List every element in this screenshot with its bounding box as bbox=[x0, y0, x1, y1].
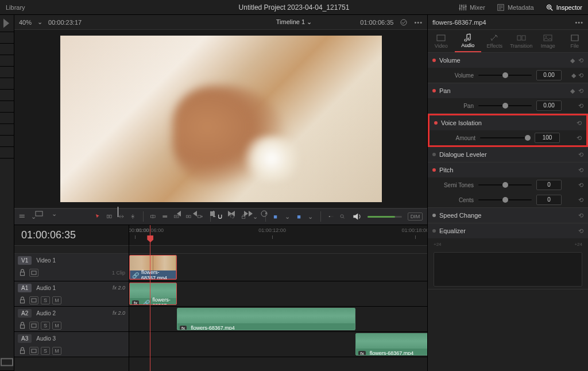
speed-change-header[interactable]: Speed Change ⟲ bbox=[428, 208, 588, 223]
tab-effects[interactable]: Effects bbox=[481, 30, 508, 52]
strip-slot[interactable] bbox=[0, 67, 14, 78]
keyframe-icon[interactable]: ◆ bbox=[571, 72, 576, 79]
reset-icon[interactable]: ⟲ bbox=[578, 151, 583, 159]
enable-dot-icon[interactable] bbox=[432, 153, 436, 156]
track-header-a3[interactable]: A3 Audio 3 S M bbox=[14, 332, 129, 357]
enable-dot-icon[interactable] bbox=[432, 59, 436, 62]
mute-button[interactable]: M bbox=[52, 322, 61, 330]
enable-dot-icon[interactable] bbox=[432, 89, 436, 92]
playhead[interactable] bbox=[150, 225, 150, 371]
loop-icon[interactable] bbox=[260, 209, 269, 218]
tab-video[interactable]: Video bbox=[428, 30, 455, 52]
cents-slider[interactable] bbox=[478, 199, 532, 200]
strip-slot[interactable] bbox=[0, 124, 14, 136]
lock-track-icon[interactable] bbox=[18, 296, 27, 304]
keyframe-icon[interactable]: ◆ bbox=[570, 57, 575, 64]
track-header-a2[interactable]: A2 Audio 2 fx 2.0 S M bbox=[14, 307, 129, 332]
audio-clip[interactable]: fx🔗flowers-68367.mp4 bbox=[129, 283, 177, 305]
viewer-timecode[interactable]: 01:00:06:35 bbox=[360, 19, 393, 26]
solo-button[interactable]: S bbox=[41, 347, 50, 355]
strip-slot[interactable] bbox=[0, 101, 14, 113]
video-clip[interactable]: 🔗flowers-68367.mp4 bbox=[129, 255, 177, 280]
strip-slot[interactable] bbox=[0, 90, 14, 101]
reset-icon[interactable]: ⟲ bbox=[577, 134, 582, 142]
enable-dot-icon[interactable] bbox=[432, 229, 436, 233]
mixer-button[interactable]: Mixer bbox=[453, 0, 491, 14]
reset-icon[interactable]: ⟲ bbox=[578, 196, 583, 204]
semi-tones-slider[interactable] bbox=[478, 184, 532, 186]
jump-start-icon[interactable] bbox=[173, 209, 183, 218]
track-tag-a2[interactable]: A2 bbox=[18, 309, 32, 318]
inspector-options-icon[interactable]: ••• bbox=[575, 19, 583, 26]
strip-slot[interactable] bbox=[0, 147, 14, 159]
prev-edit-icon[interactable] bbox=[229, 209, 238, 218]
timeline-tracks-area[interactable]: 01:00:00:00 01:00:06:00 01:00:12:00 01:0… bbox=[129, 225, 427, 371]
reset-icon[interactable]: ⟲ bbox=[578, 72, 583, 79]
metadata-button[interactable]: Metadata bbox=[491, 0, 540, 14]
viewer-zoom[interactable]: 40% bbox=[19, 19, 32, 26]
solo-button[interactable]: S bbox=[41, 322, 50, 330]
pan-value[interactable]: 0.00 bbox=[536, 101, 562, 111]
reset-icon[interactable]: ⟲ bbox=[577, 119, 582, 127]
reset-icon[interactable]: ⟲ bbox=[578, 212, 583, 219]
volume-header[interactable]: Volume ◆⟲ bbox=[428, 53, 588, 68]
strip-expand-icon[interactable] bbox=[0, 15, 14, 32]
strip-bottom-icon[interactable] bbox=[0, 354, 14, 371]
reset-icon[interactable]: ⟲ bbox=[578, 167, 583, 174]
lock-track-icon[interactable] bbox=[18, 269, 27, 277]
mute-button[interactable]: M bbox=[52, 347, 61, 355]
strip-slot[interactable] bbox=[0, 113, 14, 124]
mute-button[interactable]: M bbox=[52, 296, 61, 304]
step-back-icon[interactable] bbox=[191, 209, 200, 218]
pan-slider[interactable] bbox=[478, 105, 532, 106]
track-lane-v1[interactable]: 🔗flowers-68367.mp4 bbox=[129, 254, 427, 281]
dialogue-leveler-header[interactable]: Dialogue Leveler ⟲ bbox=[428, 147, 588, 162]
safe-area-dropdown-icon[interactable]: ⌄ bbox=[49, 209, 59, 218]
auto-select-icon[interactable] bbox=[29, 347, 38, 355]
track-tag-a1[interactable]: A1 bbox=[18, 284, 32, 292]
reset-icon[interactable]: ⟲ bbox=[578, 102, 583, 110]
next-edit-icon[interactable] bbox=[246, 209, 255, 218]
track-header-a1[interactable]: A1 Audio 1 fx 2.0 S M bbox=[14, 281, 129, 307]
inspector-button[interactable]: Inspector bbox=[540, 0, 588, 14]
pitch-header[interactable]: Pitch ⟲ bbox=[428, 163, 588, 177]
bypass-fx-icon[interactable] bbox=[399, 18, 408, 27]
tab-file[interactable]: File bbox=[562, 30, 589, 52]
library-panel-button[interactable]: Library bbox=[0, 0, 31, 14]
track-tag-v1[interactable]: V1 bbox=[18, 256, 32, 265]
timeline-ruler[interactable]: 01:00:00:00 01:00:06:00 01:00:12:00 01:0… bbox=[129, 225, 427, 246]
reset-icon[interactable]: ⟲ bbox=[578, 227, 583, 235]
volume-value[interactable]: 0.00 bbox=[536, 70, 562, 80]
timeline-timecode[interactable]: 01:00:06:35 bbox=[14, 225, 129, 246]
strip-slot[interactable] bbox=[0, 44, 14, 55]
voice-isolation-header[interactable]: Voice Isolation ⟲ bbox=[430, 115, 586, 130]
volume-slider[interactable] bbox=[478, 75, 532, 76]
tab-transition[interactable]: Transition bbox=[508, 30, 535, 52]
strip-slot[interactable] bbox=[0, 32, 14, 44]
keyframe-icon[interactable]: ◆ bbox=[570, 87, 575, 95]
reset-icon[interactable]: ⟲ bbox=[578, 87, 583, 95]
strip-slot[interactable] bbox=[0, 78, 14, 90]
track-lane-a3[interactable]: fxflowers-68367.mp4 bbox=[129, 332, 427, 357]
mark-in-icon[interactable] bbox=[211, 209, 220, 218]
auto-select-icon[interactable] bbox=[29, 269, 38, 277]
lock-track-icon[interactable] bbox=[18, 322, 27, 330]
viewer-options-icon[interactable]: ••• bbox=[414, 19, 423, 26]
timeline-name[interactable]: Timeline 1 ⌄ bbox=[276, 18, 312, 26]
match-frame-icon[interactable] bbox=[34, 209, 44, 218]
reset-icon[interactable]: ⟲ bbox=[578, 57, 583, 64]
audio-clip[interactable]: fxflowers-68367.mp4 bbox=[355, 333, 427, 355]
voice-isolation-slider[interactable] bbox=[480, 137, 530, 138]
monitor-volume-slider[interactable] bbox=[368, 216, 402, 218]
semi-tones-value[interactable]: 0 bbox=[536, 180, 562, 190]
tab-audio[interactable]: Audio bbox=[455, 30, 482, 52]
track-lane-a1[interactable]: fx🔗flowers-68367.mp4 bbox=[129, 281, 427, 307]
track-lane-a2[interactable]: fxflowers-68367.mp4 bbox=[129, 307, 427, 332]
strip-slot[interactable] bbox=[0, 136, 14, 147]
auto-select-icon[interactable] bbox=[29, 322, 38, 330]
enable-dot-icon[interactable] bbox=[434, 121, 438, 125]
tab-image[interactable]: Image bbox=[535, 30, 562, 52]
pan-header[interactable]: Pan ◆⟲ bbox=[428, 83, 588, 98]
reset-icon[interactable]: ⟲ bbox=[578, 181, 583, 189]
equalizer-graph[interactable] bbox=[434, 252, 582, 287]
